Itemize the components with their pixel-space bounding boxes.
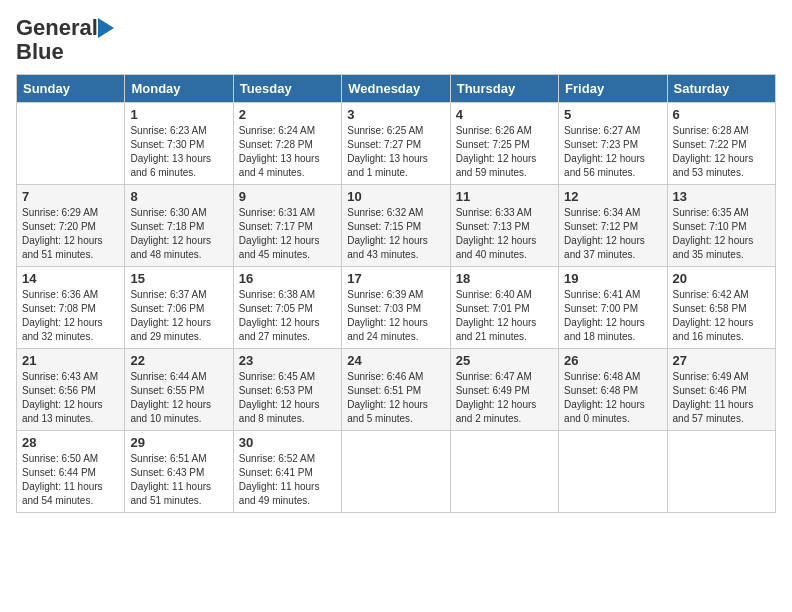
day-of-week-header: Thursday: [450, 75, 558, 103]
calendar-cell: 26Sunrise: 6:48 AM Sunset: 6:48 PM Dayli…: [559, 349, 667, 431]
calendar-cell: 22Sunrise: 6:44 AM Sunset: 6:55 PM Dayli…: [125, 349, 233, 431]
day-number: 7: [22, 189, 119, 204]
calendar-cell: 21Sunrise: 6:43 AM Sunset: 6:56 PM Dayli…: [17, 349, 125, 431]
calendar-week-row: 7Sunrise: 6:29 AM Sunset: 7:20 PM Daylig…: [17, 185, 776, 267]
day-info: Sunrise: 6:24 AM Sunset: 7:28 PM Dayligh…: [239, 124, 336, 180]
day-number: 9: [239, 189, 336, 204]
calendar-cell: 28Sunrise: 6:50 AM Sunset: 6:44 PM Dayli…: [17, 431, 125, 513]
day-number: 24: [347, 353, 444, 368]
day-number: 15: [130, 271, 227, 286]
calendar-week-row: 1Sunrise: 6:23 AM Sunset: 7:30 PM Daylig…: [17, 103, 776, 185]
calendar-header: SundayMondayTuesdayWednesdayThursdayFrid…: [17, 75, 776, 103]
day-info: Sunrise: 6:40 AM Sunset: 7:01 PM Dayligh…: [456, 288, 553, 344]
calendar-week-row: 21Sunrise: 6:43 AM Sunset: 6:56 PM Dayli…: [17, 349, 776, 431]
day-number: 29: [130, 435, 227, 450]
day-number: 21: [22, 353, 119, 368]
day-info: Sunrise: 6:44 AM Sunset: 6:55 PM Dayligh…: [130, 370, 227, 426]
day-info: Sunrise: 6:38 AM Sunset: 7:05 PM Dayligh…: [239, 288, 336, 344]
calendar-cell: 4Sunrise: 6:26 AM Sunset: 7:25 PM Daylig…: [450, 103, 558, 185]
day-info: Sunrise: 6:28 AM Sunset: 7:22 PM Dayligh…: [673, 124, 770, 180]
day-info: Sunrise: 6:32 AM Sunset: 7:15 PM Dayligh…: [347, 206, 444, 262]
day-number: 16: [239, 271, 336, 286]
page-header: General Blue: [16, 16, 776, 64]
day-info: Sunrise: 6:25 AM Sunset: 7:27 PM Dayligh…: [347, 124, 444, 180]
day-number: 12: [564, 189, 661, 204]
day-number: 25: [456, 353, 553, 368]
calendar-table: SundayMondayTuesdayWednesdayThursdayFrid…: [16, 74, 776, 513]
calendar-cell: 7Sunrise: 6:29 AM Sunset: 7:20 PM Daylig…: [17, 185, 125, 267]
calendar-week-row: 28Sunrise: 6:50 AM Sunset: 6:44 PM Dayli…: [17, 431, 776, 513]
calendar-cell: 2Sunrise: 6:24 AM Sunset: 7:28 PM Daylig…: [233, 103, 341, 185]
day-number: 27: [673, 353, 770, 368]
day-number: 10: [347, 189, 444, 204]
calendar-week-row: 14Sunrise: 6:36 AM Sunset: 7:08 PM Dayli…: [17, 267, 776, 349]
day-info: Sunrise: 6:46 AM Sunset: 6:51 PM Dayligh…: [347, 370, 444, 426]
day-number: 20: [673, 271, 770, 286]
day-of-week-header: Monday: [125, 75, 233, 103]
day-of-week-header: Saturday: [667, 75, 775, 103]
day-number: 17: [347, 271, 444, 286]
day-number: 30: [239, 435, 336, 450]
day-of-week-header: Friday: [559, 75, 667, 103]
calendar-cell: [559, 431, 667, 513]
calendar-cell: 19Sunrise: 6:41 AM Sunset: 7:00 PM Dayli…: [559, 267, 667, 349]
calendar-cell: 11Sunrise: 6:33 AM Sunset: 7:13 PM Dayli…: [450, 185, 558, 267]
day-info: Sunrise: 6:52 AM Sunset: 6:41 PM Dayligh…: [239, 452, 336, 508]
day-number: 13: [673, 189, 770, 204]
day-number: 18: [456, 271, 553, 286]
day-info: Sunrise: 6:49 AM Sunset: 6:46 PM Dayligh…: [673, 370, 770, 426]
calendar-cell: 29Sunrise: 6:51 AM Sunset: 6:43 PM Dayli…: [125, 431, 233, 513]
day-info: Sunrise: 6:31 AM Sunset: 7:17 PM Dayligh…: [239, 206, 336, 262]
day-info: Sunrise: 6:47 AM Sunset: 6:49 PM Dayligh…: [456, 370, 553, 426]
day-info: Sunrise: 6:23 AM Sunset: 7:30 PM Dayligh…: [130, 124, 227, 180]
day-info: Sunrise: 6:30 AM Sunset: 7:18 PM Dayligh…: [130, 206, 227, 262]
day-number: 8: [130, 189, 227, 204]
day-number: 3: [347, 107, 444, 122]
day-number: 28: [22, 435, 119, 450]
day-info: Sunrise: 6:29 AM Sunset: 7:20 PM Dayligh…: [22, 206, 119, 262]
calendar-cell: 5Sunrise: 6:27 AM Sunset: 7:23 PM Daylig…: [559, 103, 667, 185]
day-number: 6: [673, 107, 770, 122]
calendar-cell: 9Sunrise: 6:31 AM Sunset: 7:17 PM Daylig…: [233, 185, 341, 267]
day-of-week-header: Sunday: [17, 75, 125, 103]
calendar-cell: 17Sunrise: 6:39 AM Sunset: 7:03 PM Dayli…: [342, 267, 450, 349]
calendar-cell: 1Sunrise: 6:23 AM Sunset: 7:30 PM Daylig…: [125, 103, 233, 185]
calendar-cell: [450, 431, 558, 513]
calendar-cell: 30Sunrise: 6:52 AM Sunset: 6:41 PM Dayli…: [233, 431, 341, 513]
calendar-cell: 10Sunrise: 6:32 AM Sunset: 7:15 PM Dayli…: [342, 185, 450, 267]
calendar-cell: 23Sunrise: 6:45 AM Sunset: 6:53 PM Dayli…: [233, 349, 341, 431]
day-info: Sunrise: 6:36 AM Sunset: 7:08 PM Dayligh…: [22, 288, 119, 344]
calendar-cell: 12Sunrise: 6:34 AM Sunset: 7:12 PM Dayli…: [559, 185, 667, 267]
day-info: Sunrise: 6:42 AM Sunset: 6:58 PM Dayligh…: [673, 288, 770, 344]
logo: General Blue: [16, 16, 114, 64]
logo-arrow-icon: [98, 18, 114, 38]
calendar-cell: 25Sunrise: 6:47 AM Sunset: 6:49 PM Dayli…: [450, 349, 558, 431]
day-info: Sunrise: 6:51 AM Sunset: 6:43 PM Dayligh…: [130, 452, 227, 508]
day-info: Sunrise: 6:34 AM Sunset: 7:12 PM Dayligh…: [564, 206, 661, 262]
logo-text-blue: Blue: [16, 40, 64, 64]
day-info: Sunrise: 6:35 AM Sunset: 7:10 PM Dayligh…: [673, 206, 770, 262]
day-of-week-header: Tuesday: [233, 75, 341, 103]
calendar-cell: [342, 431, 450, 513]
day-number: 23: [239, 353, 336, 368]
day-number: 22: [130, 353, 227, 368]
calendar-cell: 20Sunrise: 6:42 AM Sunset: 6:58 PM Dayli…: [667, 267, 775, 349]
day-number: 2: [239, 107, 336, 122]
calendar-cell: 18Sunrise: 6:40 AM Sunset: 7:01 PM Dayli…: [450, 267, 558, 349]
day-number: 11: [456, 189, 553, 204]
calendar-cell: 24Sunrise: 6:46 AM Sunset: 6:51 PM Dayli…: [342, 349, 450, 431]
calendar-cell: [667, 431, 775, 513]
calendar-cell: 8Sunrise: 6:30 AM Sunset: 7:18 PM Daylig…: [125, 185, 233, 267]
day-info: Sunrise: 6:45 AM Sunset: 6:53 PM Dayligh…: [239, 370, 336, 426]
day-of-week-header: Wednesday: [342, 75, 450, 103]
day-number: 26: [564, 353, 661, 368]
calendar-cell: 15Sunrise: 6:37 AM Sunset: 7:06 PM Dayli…: [125, 267, 233, 349]
day-info: Sunrise: 6:26 AM Sunset: 7:25 PM Dayligh…: [456, 124, 553, 180]
day-number: 5: [564, 107, 661, 122]
calendar-cell: 27Sunrise: 6:49 AM Sunset: 6:46 PM Dayli…: [667, 349, 775, 431]
calendar-cell: 14Sunrise: 6:36 AM Sunset: 7:08 PM Dayli…: [17, 267, 125, 349]
day-info: Sunrise: 6:41 AM Sunset: 7:00 PM Dayligh…: [564, 288, 661, 344]
day-number: 19: [564, 271, 661, 286]
day-info: Sunrise: 6:48 AM Sunset: 6:48 PM Dayligh…: [564, 370, 661, 426]
day-info: Sunrise: 6:27 AM Sunset: 7:23 PM Dayligh…: [564, 124, 661, 180]
